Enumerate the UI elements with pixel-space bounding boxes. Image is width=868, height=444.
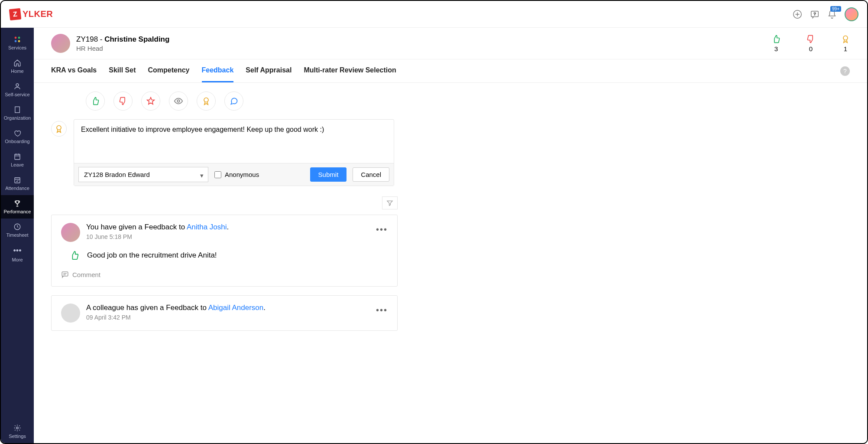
brand-name: YLKER [23, 9, 53, 19]
sidebar-item-label: More [12, 257, 23, 262]
sidebar-item-home[interactable]: Home [1, 55, 34, 78]
profile-role: HR Head [76, 45, 169, 52]
feed-user-link[interactable]: Anitha Joshi [187, 223, 227, 231]
sidebar-item-services[interactable]: Services [1, 31, 34, 55]
stat-thumbs-down: 0 [806, 35, 815, 52]
submit-button[interactable]: Submit [310, 167, 347, 182]
reaction-star[interactable] [141, 91, 160, 111]
clock-icon [13, 223, 21, 231]
home-icon [13, 59, 21, 67]
comment-button[interactable]: Comment [61, 271, 388, 278]
sidebar: Services Home Self-service Organization … [1, 1, 34, 443]
sidebar-item-label: Attendance [5, 186, 29, 191]
reaction-award[interactable] [197, 91, 216, 111]
sidebar-item-label: Performance [4, 209, 31, 214]
feed-message: Good job on the recruitment drive Anita! [87, 251, 217, 260]
profile-bar: ZY198 - Christine Spalding HR Head 3 0 1 [34, 28, 867, 59]
tab-skill-set[interactable]: Skill Set [109, 59, 136, 82]
svg-point-22 [16, 427, 19, 429]
more-icon: ••• [13, 246, 22, 255]
sidebar-item-organization[interactable]: Organization [1, 101, 34, 125]
feed-item: A colleague has given a Feedback to Abig… [51, 295, 398, 331]
award-badge-icon [51, 121, 67, 137]
reaction-thumbs-down[interactable] [113, 91, 133, 111]
sidebar-item-performance[interactable]: Performance [1, 195, 34, 219]
sidebar-item-label: Leave [11, 162, 24, 167]
feed-title: You have given a Feedback to Anitha Josh… [86, 223, 229, 232]
feed-avatar[interactable] [61, 304, 80, 323]
reaction-watch[interactable] [169, 91, 188, 111]
tab-competency[interactable]: Competency [148, 59, 189, 82]
bell-icon[interactable]: 99+ [827, 10, 837, 19]
feed-timestamp: 10 June 5:18 PM [86, 233, 229, 240]
profile-avatar[interactable] [51, 34, 70, 53]
tab-feedback[interactable]: Feedback [202, 59, 234, 82]
logo-badge-icon: Z [9, 8, 22, 20]
sidebar-item-label: Settings [9, 434, 26, 439]
sidebar-item-label: Home [11, 69, 23, 74]
reaction-comment[interactable] [224, 91, 243, 111]
sidebar-item-leave[interactable]: Leave [1, 148, 34, 172]
person-icon [13, 82, 21, 90]
chat-help-icon[interactable]: ? [810, 10, 819, 19]
gear-icon [13, 424, 21, 432]
grid-icon [13, 36, 21, 43]
sidebar-item-label: Services [8, 45, 26, 50]
sidebar-item-timesheet[interactable]: Timesheet [1, 219, 34, 242]
building-icon [13, 106, 21, 114]
feedback-textarea[interactable]: Excellent initiative to improve employee… [74, 120, 394, 163]
sidebar-item-label: Onboarding [5, 139, 30, 144]
svg-point-25 [204, 98, 208, 102]
topbar: Z YLKER ? 99+ [1, 1, 867, 28]
feed-menu-button[interactable]: ••• [376, 225, 388, 235]
sidebar-item-attendance[interactable]: Attendance [1, 172, 34, 195]
feed-avatar[interactable] [61, 223, 80, 242]
recipient-select[interactable]: ZY128 Bradon Edward ▾ [78, 167, 208, 182]
chevron-down-icon: ▾ [200, 172, 204, 180]
tab-self-appraisal[interactable]: Self Appraisal [246, 59, 291, 82]
main-content: ZY198 - Christine Spalding HR Head 3 0 1 [34, 1, 867, 443]
svg-point-24 [177, 100, 180, 102]
cancel-button[interactable]: Cancel [353, 167, 389, 182]
reaction-row [86, 91, 850, 111]
tab-kra-goals[interactable]: KRA vs Goals [51, 59, 97, 82]
profile-id-name: ZY198 - Christine Spalding [76, 35, 169, 44]
reaction-thumbs-up[interactable] [86, 91, 105, 111]
sidebar-item-more[interactable]: ••• More [1, 242, 34, 267]
svg-point-23 [843, 36, 848, 40]
feed-timestamp: 09 April 3:42 PM [86, 314, 266, 321]
thumbs-up-icon [70, 251, 79, 260]
svg-point-9 [16, 84, 19, 86]
notification-badge: 99+ [830, 6, 841, 12]
tab-multi-rater[interactable]: Multi-rater Review Selection [304, 59, 396, 82]
svg-point-5 [15, 37, 17, 39]
svg-rect-19 [15, 178, 20, 183]
feed-user-link[interactable]: Abigail Anderson [208, 304, 264, 312]
sidebar-item-label: Organization [4, 115, 31, 121]
svg-rect-27 [62, 272, 68, 276]
sidebar-item-self-service[interactable]: Self-service [1, 78, 34, 101]
trophy-icon [13, 199, 21, 207]
add-icon[interactable] [793, 10, 802, 19]
thumbs-down-icon [806, 35, 815, 43]
user-avatar[interactable] [845, 7, 858, 21]
thumbs-up-icon [772, 35, 781, 43]
feed-title: A colleague has given a Feedback to Abig… [86, 304, 266, 312]
svg-point-8 [18, 40, 20, 42]
filter-button[interactable] [382, 196, 398, 209]
svg-point-6 [18, 37, 20, 39]
svg-text:?: ? [813, 11, 816, 16]
sidebar-item-settings[interactable]: Settings [1, 420, 34, 443]
help-icon[interactable]: ? [840, 66, 850, 76]
feedback-form: Excellent initiative to improve employee… [51, 119, 850, 186]
stat-award: 1 [841, 35, 850, 52]
stat-thumbs-up: 3 [772, 35, 781, 52]
brand-logo[interactable]: Z YLKER [10, 9, 53, 20]
calendar-check-icon [13, 176, 21, 184]
handshake-icon [13, 129, 21, 137]
anonymous-checkbox[interactable]: Anonymous [214, 171, 259, 178]
feed-menu-button[interactable]: ••• [376, 305, 388, 315]
svg-rect-15 [15, 154, 20, 160]
sidebar-item-onboarding[interactable]: Onboarding [1, 125, 34, 148]
calendar-icon [13, 153, 21, 160]
